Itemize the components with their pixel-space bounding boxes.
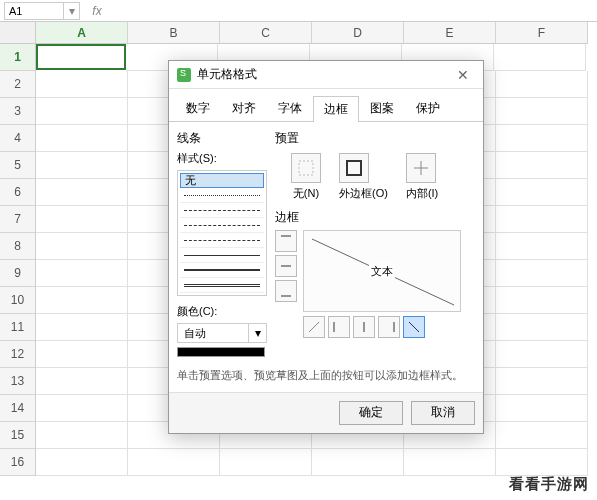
cell-F1[interactable] [494, 44, 586, 71]
cell-F12[interactable] [496, 341, 588, 368]
column-header-D[interactable]: D [312, 22, 404, 44]
cell-F4[interactable] [496, 125, 588, 152]
cell-A7[interactable] [36, 206, 128, 233]
cell-A3[interactable] [36, 98, 128, 125]
border-left-button[interactable] [328, 316, 350, 338]
row-header-12[interactable]: 12 [0, 341, 36, 368]
cell-F8[interactable] [496, 233, 588, 260]
cell-A15[interactable] [36, 422, 128, 449]
border-right-button[interactable] [378, 316, 400, 338]
row-header-1[interactable]: 1 [0, 44, 36, 71]
column-header-A[interactable]: A [36, 22, 128, 44]
dialog-titlebar[interactable]: 单元格格式 ✕ [169, 61, 483, 89]
column-header-C[interactable]: C [220, 22, 312, 44]
row-header-16[interactable]: 16 [0, 449, 36, 476]
border-diag-down-button[interactable] [403, 316, 425, 338]
border-editor: 文本 [275, 230, 475, 312]
border-preview[interactable]: 文本 [303, 230, 461, 312]
border-diag-up-button[interactable] [303, 316, 325, 338]
border-hmiddle-button[interactable] [275, 255, 297, 277]
cell-A12[interactable] [36, 341, 128, 368]
column-header-B[interactable]: B [128, 22, 220, 44]
ok-button[interactable]: 确定 [339, 401, 403, 425]
row-header-6[interactable]: 6 [0, 179, 36, 206]
row-header-11[interactable]: 11 [0, 314, 36, 341]
dialog-tabs: 数字对齐字体边框图案保护 [169, 89, 483, 122]
fx-button[interactable]: fx [86, 2, 108, 20]
cell-A2[interactable] [36, 71, 128, 98]
line-style-1[interactable] [180, 188, 264, 203]
row-header-3[interactable]: 3 [0, 98, 36, 125]
color-panel: 颜色(C): 自动 ▾ [177, 304, 267, 357]
border-buttons-vertical [275, 230, 299, 312]
tab-2[interactable]: 字体 [267, 95, 313, 121]
tab-4[interactable]: 图案 [359, 95, 405, 121]
cell-A6[interactable] [36, 179, 128, 206]
cell-F6[interactable] [496, 179, 588, 206]
dialog-footer: 确定 取消 [169, 392, 483, 433]
tab-5[interactable]: 保护 [405, 95, 451, 121]
preset-button-0[interactable] [291, 153, 321, 183]
cell-F2[interactable] [496, 71, 588, 98]
cell-A8[interactable] [36, 233, 128, 260]
cell-A16[interactable] [36, 449, 128, 476]
cell-A13[interactable] [36, 368, 128, 395]
cell-F15[interactable] [496, 422, 588, 449]
cell-F11[interactable] [496, 314, 588, 341]
color-dropdown[interactable]: 自动 ▾ [177, 323, 267, 343]
cell-A4[interactable] [36, 125, 128, 152]
tab-0[interactable]: 数字 [175, 95, 221, 121]
border-bottom-button[interactable] [275, 280, 297, 302]
column-header-F[interactable]: F [496, 22, 588, 44]
cell-A14[interactable] [36, 395, 128, 422]
line-style-list[interactable]: 无 [177, 170, 267, 296]
cell-A10[interactable] [36, 287, 128, 314]
row-header-10[interactable]: 10 [0, 287, 36, 314]
line-style-2[interactable] [180, 203, 264, 218]
line-style-5[interactable] [180, 248, 264, 263]
name-box[interactable]: A1 [4, 2, 64, 20]
row-header-2[interactable]: 2 [0, 71, 36, 98]
cell-F10[interactable] [496, 287, 588, 314]
row-header-5[interactable]: 5 [0, 152, 36, 179]
close-button[interactable]: ✕ [451, 63, 475, 87]
line-style-6[interactable] [180, 263, 264, 278]
line-style-none[interactable]: 无 [180, 173, 264, 188]
line-style-3[interactable] [180, 218, 264, 233]
cell-C16[interactable] [220, 449, 312, 476]
border-top-button[interactable] [275, 230, 297, 252]
select-all-corner[interactable] [0, 22, 36, 44]
line-style-7[interactable] [180, 278, 264, 293]
svg-rect-0 [299, 161, 313, 175]
cell-A1[interactable] [36, 44, 126, 70]
cell-A5[interactable] [36, 152, 128, 179]
line-style-4[interactable] [180, 233, 264, 248]
row-header-13[interactable]: 13 [0, 368, 36, 395]
cell-A11[interactable] [36, 314, 128, 341]
row-header-7[interactable]: 7 [0, 206, 36, 233]
cell-F5[interactable] [496, 152, 588, 179]
tab-3[interactable]: 边框 [313, 96, 359, 122]
cell-F16[interactable] [496, 449, 588, 476]
tab-1[interactable]: 对齐 [221, 95, 267, 121]
column-header-E[interactable]: E [404, 22, 496, 44]
row-header-14[interactable]: 14 [0, 395, 36, 422]
cell-E16[interactable] [404, 449, 496, 476]
cell-B16[interactable] [128, 449, 220, 476]
cancel-button[interactable]: 取消 [411, 401, 475, 425]
cell-F14[interactable] [496, 395, 588, 422]
cell-F3[interactable] [496, 98, 588, 125]
preset-button-1[interactable] [339, 153, 369, 183]
cell-F7[interactable] [496, 206, 588, 233]
row-header-8[interactable]: 8 [0, 233, 36, 260]
row-header-4[interactable]: 4 [0, 125, 36, 152]
row-header-9[interactable]: 9 [0, 260, 36, 287]
border-vmiddle-button[interactable] [353, 316, 375, 338]
cell-F9[interactable] [496, 260, 588, 287]
preset-button-2[interactable] [406, 153, 436, 183]
cell-D16[interactable] [312, 449, 404, 476]
cell-F13[interactable] [496, 368, 588, 395]
row-header-15[interactable]: 15 [0, 422, 36, 449]
cell-A9[interactable] [36, 260, 128, 287]
name-box-dropdown[interactable]: ▾ [64, 2, 80, 20]
